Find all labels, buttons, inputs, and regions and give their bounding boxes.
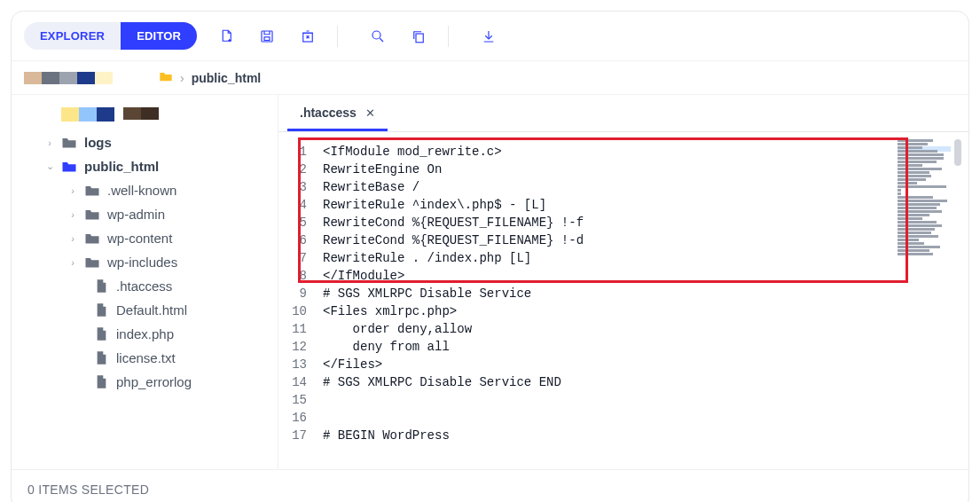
folder-item--well-known[interactable]: ›.well-known — [19, 178, 274, 202]
code-content[interactable]: # BEGIN WordPress — [323, 427, 450, 444]
code-line[interactable]: 2RewriteEngine On — [278, 161, 968, 178]
file-icon — [93, 327, 109, 341]
code-content[interactable]: RewriteBase / — [323, 178, 419, 196]
folder-icon — [61, 136, 77, 150]
discard-icon[interactable] — [296, 25, 319, 48]
code-line[interactable]: 1<IfModule mod_rewrite.c> — [278, 143, 968, 161]
line-number: 17 — [278, 427, 323, 444]
save-icon[interactable] — [255, 25, 278, 48]
line-number: 13 — [278, 356, 323, 373]
explorer-tab-button[interactable]: EXPLORER — [24, 22, 121, 50]
line-number: 9 — [278, 285, 323, 302]
file-item-index-php[interactable]: index.php — [19, 322, 274, 346]
line-number: 12 — [278, 338, 323, 356]
search-icon[interactable] — [366, 25, 389, 48]
file-tree-sidebar: ›logs⌄public_html›.well-known›wp-admin›w… — [12, 95, 278, 469]
code-line[interactable]: 16 — [278, 409, 968, 427]
folder-item-wp-admin[interactable]: ›wp-admin — [19, 202, 274, 226]
tree-item-label: wp-includes — [107, 255, 177, 270]
code-line[interactable]: 3RewriteBase / — [278, 178, 968, 196]
folder-icon — [84, 208, 100, 222]
home-folder-icon[interactable] — [159, 70, 173, 85]
code-content[interactable]: RewriteEngine On — [323, 161, 442, 178]
code-content[interactable]: # SGS XMLRPC Disable Service END — [323, 373, 561, 391]
code-line[interactable]: 6RewriteCond %{REQUEST_FILENAME} !-d — [278, 231, 968, 249]
code-line[interactable]: 8</IfModule> — [278, 267, 968, 285]
tree-item-label: wp-admin — [107, 207, 165, 222]
sidebar-swatches — [19, 102, 274, 130]
line-number: 6 — [278, 231, 323, 249]
content-area: ›logs⌄public_html›.well-known›wp-admin›w… — [12, 95, 968, 469]
view-segment: EXPLORER EDITOR — [24, 22, 197, 50]
folder-item-logs[interactable]: ›logs — [19, 130, 274, 154]
code-content[interactable]: order deny,allow — [323, 320, 472, 338]
chevron-icon: › — [68, 257, 77, 268]
tree-item-label: license.txt — [116, 350, 176, 365]
svg-rect-4 — [416, 34, 423, 43]
code-content[interactable]: </Files> — [323, 356, 382, 373]
folder-icon — [84, 184, 100, 198]
code-line[interactable]: 5RewriteCond %{REQUEST_FILENAME} !-f — [278, 214, 968, 231]
code-content[interactable]: </IfModule> — [323, 267, 404, 285]
code-line[interactable]: 7RewriteRule . /index.php [L] — [278, 249, 968, 267]
chevron-icon: › — [68, 233, 77, 244]
folder-item-public-html[interactable]: ⌄public_html — [19, 154, 274, 178]
code-line[interactable]: 4RewriteRule ^index\.php$ - [L] — [278, 196, 968, 214]
folder-item-wp-content[interactable]: ›wp-content — [19, 226, 274, 250]
folder-icon — [61, 160, 77, 174]
tree-item-label: .well-known — [107, 183, 176, 198]
line-number: 3 — [278, 178, 323, 196]
minimap-scrollbar-thumb[interactable] — [954, 139, 961, 166]
code-content[interactable]: <Files xmlrpc.php> — [323, 302, 457, 320]
file-item-php-errorlog[interactable]: php_errorlog — [19, 370, 274, 394]
code-content[interactable]: RewriteCond %{REQUEST_FILENAME} !-f — [323, 214, 584, 231]
code-line[interactable]: 12 deny from all — [278, 338, 968, 356]
download-icon[interactable] — [477, 25, 500, 48]
toolbar-divider — [448, 26, 449, 47]
tree-item-label: index.php — [116, 326, 174, 341]
tree-item-label: php_errorlog — [116, 374, 192, 389]
code-line[interactable]: 14# SGS XMLRPC Disable Service END — [278, 373, 968, 391]
tree-item-label: Default.html — [116, 302, 187, 318]
code-area[interactable]: 1<IfModule mod_rewrite.c>2RewriteEngine … — [278, 132, 968, 469]
editor-tab-button[interactable]: EDITOR — [121, 22, 197, 50]
svg-rect-1 — [264, 36, 270, 40]
toolbar-divider — [337, 26, 338, 47]
line-number: 14 — [278, 373, 323, 391]
svg-point-3 — [372, 31, 380, 39]
new-file-icon[interactable] — [215, 25, 238, 48]
chevron-icon: ⌄ — [45, 161, 54, 172]
code-line[interactable]: 13</Files> — [278, 356, 968, 373]
breadcrumb-segment[interactable]: public_html — [192, 71, 262, 85]
file-item--htaccess[interactable]: .htaccess — [19, 274, 274, 298]
line-number: 4 — [278, 196, 323, 214]
copy-icon[interactable] — [407, 25, 430, 48]
file-manager-panel: EXPLORER EDITOR › public_html ›logs⌄publ… — [11, 11, 969, 502]
code-line[interactable]: 15 — [278, 391, 968, 409]
code-content[interactable]: deny from all — [323, 338, 450, 356]
code-line[interactable]: 11 order deny,allow — [278, 320, 968, 338]
chevron-icon: › — [45, 137, 54, 148]
toolbar: EXPLORER EDITOR — [12, 12, 968, 60]
editor-tab-htaccess[interactable]: .htaccess ✕ — [287, 95, 388, 131]
code-content[interactable]: RewriteRule . /index.php [L] — [323, 249, 531, 267]
file-icon — [93, 375, 109, 389]
breadcrumb-swatches — [24, 72, 113, 84]
code-line[interactable]: 10<Files xmlrpc.php> — [278, 302, 968, 320]
selection-count-label: 0 ITEMS SELECTED — [27, 482, 149, 497]
code-content[interactable]: RewriteRule ^index\.php$ - [L] — [323, 196, 546, 214]
minimap[interactable] — [898, 139, 961, 272]
code-line[interactable]: 9# SGS XMLRPC Disable Service — [278, 285, 968, 302]
file-icon — [93, 351, 109, 365]
line-number: 16 — [278, 409, 323, 427]
line-number: 8 — [278, 267, 323, 285]
code-line[interactable]: 17# BEGIN WordPress — [278, 427, 968, 444]
code-content[interactable]: RewriteCond %{REQUEST_FILENAME} !-d — [323, 231, 584, 249]
file-item-default-html[interactable]: Default.html — [19, 298, 274, 322]
close-tab-icon[interactable]: ✕ — [365, 106, 375, 120]
code-content[interactable]: # SGS XMLRPC Disable Service — [323, 285, 531, 302]
code-content[interactable]: <IfModule mod_rewrite.c> — [323, 143, 502, 161]
editor-tabs: .htaccess ✕ — [278, 95, 968, 132]
folder-item-wp-includes[interactable]: ›wp-includes — [19, 250, 274, 274]
file-item-license-txt[interactable]: license.txt — [19, 346, 274, 370]
